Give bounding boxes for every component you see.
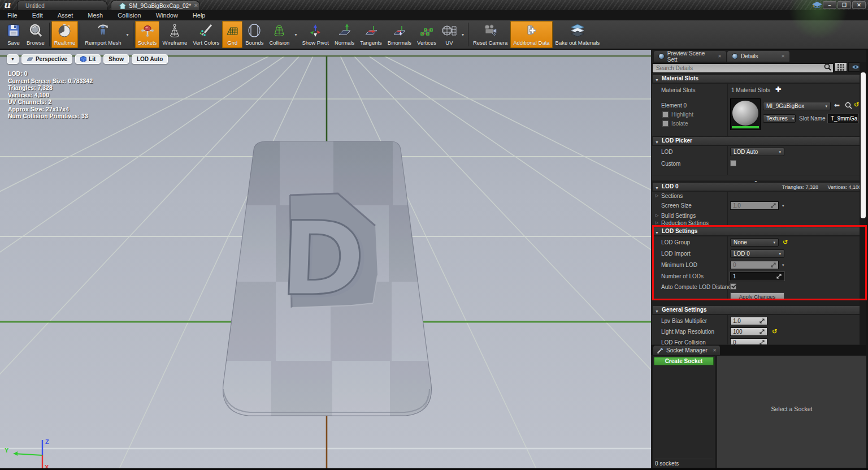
minimize-button[interactable]: – xyxy=(823,1,836,9)
tab-label: Details xyxy=(741,53,758,59)
material-asset-dropdown[interactable]: MI_9GaBigBox ▾ xyxy=(763,102,831,110)
section-lod-settings[interactable]: ▼ LOD Settings xyxy=(652,227,866,236)
auto-compute-lod-label: Auto Compute LOD Distance xyxy=(661,284,734,290)
lpv-bias-field[interactable]: 1.0 xyxy=(730,317,767,325)
menu-collision[interactable]: Collision xyxy=(110,12,149,19)
search-details-input[interactable] xyxy=(652,63,834,73)
lod-picker-dropdown[interactable]: LOD Auto ▾ xyxy=(730,148,784,156)
lod-group-dropdown[interactable]: None ▾ xyxy=(730,238,779,247)
collision-toggle-button[interactable]: Collision xyxy=(266,21,292,48)
apply-changes-button[interactable]: Apply Changes xyxy=(730,292,784,300)
uv-toggle-button[interactable]: UV xyxy=(439,21,459,48)
toolbar-label: Sockets xyxy=(138,40,157,46)
material-thumbnail[interactable] xyxy=(730,98,761,130)
section-title: Material Slots xyxy=(662,75,698,81)
section-general-settings[interactable]: ▼ General Settings xyxy=(652,305,866,314)
screen-size-field: 1.0 xyxy=(730,201,779,210)
reset-camera-button[interactable]: Reset Camera xyxy=(470,21,510,48)
show-pivot-toggle-button[interactable]: Show Pivot xyxy=(299,21,332,48)
show-menu-button[interactable]: Show xyxy=(103,54,129,64)
maximize-button[interactable]: ❐ xyxy=(837,1,851,9)
normals-toggle-button[interactable]: Normals xyxy=(332,21,357,48)
section-material-slots[interactable]: ▼ Material Slots xyxy=(652,74,866,83)
reimport-mesh-dropdown-caret[interactable]: ▾ xyxy=(124,32,131,37)
use-selected-arrow-icon[interactable]: ⬅ xyxy=(834,101,840,109)
chevron-down-icon[interactable]: ▾ xyxy=(782,204,784,208)
reset-material-icon[interactable]: ↺ xyxy=(854,102,859,108)
unreal-logo-icon: u xyxy=(3,0,17,11)
tab-preview-scene-settings[interactable]: Preview Scene Sett ✕ xyxy=(654,51,726,62)
grid-toggle-button[interactable]: Grid xyxy=(222,21,242,48)
save-button[interactable]: Save xyxy=(3,21,24,48)
expand-arrow-icon[interactable]: ▷ xyxy=(656,221,658,225)
menu-mesh[interactable]: Mesh xyxy=(80,12,110,19)
menu-asset[interactable]: Asset xyxy=(50,12,81,19)
close-tab-icon[interactable]: ✕ xyxy=(194,3,198,8)
reset-lightmap-icon[interactable]: ↺ xyxy=(772,329,777,335)
perspective-button[interactable]: Perspective xyxy=(21,54,72,64)
menu-window[interactable]: Window xyxy=(149,12,185,19)
lod-import-dropdown[interactable]: LOD 0 ▾ xyxy=(730,249,784,258)
element0-label: Element 0 xyxy=(661,102,687,109)
tangents-toggle-button[interactable]: Tangents xyxy=(357,21,385,48)
highlight-checkbox[interactable] xyxy=(662,111,669,118)
3d-viewport[interactable]: D D Z Y X ▼ Perspective xyxy=(0,50,651,470)
create-socket-button[interactable]: Create Socket xyxy=(654,357,714,365)
menu-help[interactable]: Help xyxy=(185,12,213,19)
custom-checkbox[interactable] xyxy=(730,160,736,166)
stat-lod: LOD: 0 xyxy=(8,70,93,77)
lod-picker-value: LOD Auto xyxy=(734,149,758,155)
select-a-socket-text: Select a Socket xyxy=(771,406,813,412)
material-sphere-preview xyxy=(732,101,758,126)
chevron-down-icon: ▾ xyxy=(774,150,781,154)
binormals-toggle-button[interactable]: Binormals xyxy=(385,21,414,48)
details-scrollbar-thumb[interactable] xyxy=(861,72,866,218)
section-lod-picker[interactable]: ▼ LOD Picker xyxy=(652,136,866,145)
textures-dropdown[interactable]: Textures ▾ xyxy=(763,114,796,123)
close-tab-icon[interactable]: ✕ xyxy=(713,348,717,353)
add-material-slot-button[interactable]: ✚ xyxy=(775,85,781,93)
tutorial-cap-icon[interactable] xyxy=(812,2,822,9)
section-title: General Settings xyxy=(662,307,706,313)
auto-compute-lod-checkbox[interactable] xyxy=(730,283,736,290)
viewport-options-dropdown[interactable]: ▼ xyxy=(7,54,19,64)
lod-picker-expander[interactable]: ▼ xyxy=(652,175,860,181)
menu-file[interactable]: File xyxy=(0,12,25,19)
reimport-mesh-button[interactable]: Reimport Mesh xyxy=(82,21,124,48)
number-of-lods-field[interactable]: 1 xyxy=(730,272,784,281)
tab-details[interactable]: Details ✕ xyxy=(727,51,789,62)
browse-to-asset-icon[interactable] xyxy=(845,102,852,109)
wireframe-toggle-button[interactable]: Wireframe xyxy=(159,21,190,48)
expand-arrow-icon[interactable]: ▷ xyxy=(656,193,658,198)
tab-socket-manager[interactable]: Socket Manager ✕ xyxy=(653,346,720,355)
close-tab-icon[interactable]: ✕ xyxy=(781,54,785,59)
window-tab-asset[interactable]: SM_9GaBigBoxCap_02* ✕ xyxy=(111,1,200,10)
slot-name-field[interactable]: T_9mmGa xyxy=(828,114,858,123)
sockets-toggle-button[interactable]: Sockets xyxy=(135,21,160,48)
browse-button[interactable]: Browse xyxy=(24,21,47,48)
lod-auto-button[interactable]: LOD Auto xyxy=(132,54,168,64)
lightmap-resolution-field[interactable]: 100 xyxy=(730,327,767,336)
realtime-toggle-button[interactable]: Realtime xyxy=(51,21,79,48)
vert-colors-toggle-button[interactable]: Vert Colors xyxy=(190,21,222,48)
isolate-checkbox[interactable] xyxy=(662,120,669,127)
uv-dropdown-caret[interactable]: ▾ xyxy=(459,32,466,37)
general-settings-body: Lpv Bias Multiplier 1.0 Light Map Resolu… xyxy=(652,315,860,345)
menu-edit[interactable]: Edit xyxy=(25,12,50,19)
lit-mode-button[interactable]: Lit xyxy=(75,54,101,64)
close-tab-icon[interactable]: ✕ xyxy=(718,54,722,59)
collision-dropdown-caret[interactable]: ▾ xyxy=(292,32,299,37)
reset-lod-group-icon[interactable]: ↺ xyxy=(783,239,788,245)
expand-arrow-icon[interactable]: ▷ xyxy=(656,213,658,218)
bounds-toggle-button[interactable]: Bounds xyxy=(242,21,266,48)
window-tab-untitled[interactable]: Untitled xyxy=(17,1,107,10)
section-lod0[interactable]: ▼ LOD 0 Triangles: 7,328 Vertices: 4,100 xyxy=(652,182,866,191)
vertices-toggle-button[interactable]: Vertices xyxy=(414,21,439,48)
bake-out-materials-button[interactable]: Bake out Materials xyxy=(553,21,603,48)
lod-for-collision-field[interactable]: 0 xyxy=(730,338,767,345)
close-button[interactable]: ✕ xyxy=(852,1,866,9)
lpv-bias-label: Lpv Bias Multiplier xyxy=(661,318,707,324)
chevron-down-icon[interactable]: ▾ xyxy=(782,263,784,268)
property-matrix-button[interactable] xyxy=(835,62,847,72)
additional-data-toggle-button[interactable]: Additional Data xyxy=(510,21,552,48)
